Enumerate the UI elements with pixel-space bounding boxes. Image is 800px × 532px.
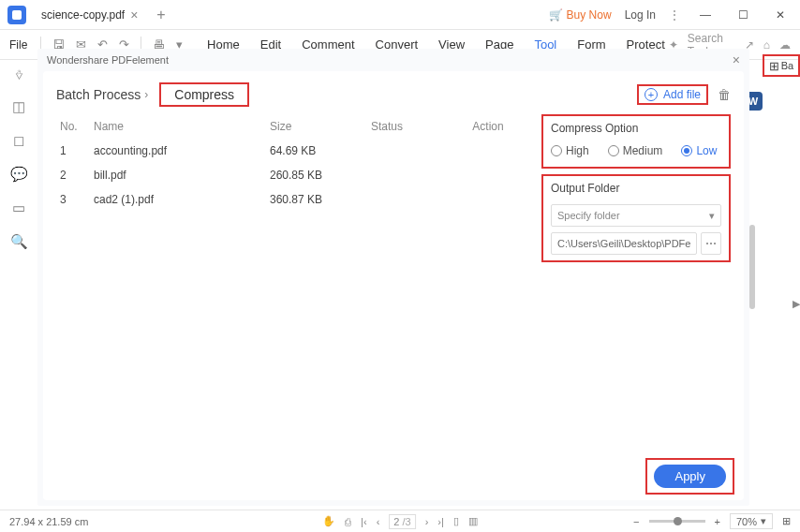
output-folder-select[interactable]: Specify folder ▾ <box>551 204 721 227</box>
maximize-icon[interactable]: ☐ <box>731 6 755 24</box>
next-page-icon[interactable]: › <box>425 516 429 527</box>
attachment-icon[interactable]: ▭ <box>12 200 25 216</box>
last-page-icon[interactable]: ›| <box>437 516 444 527</box>
zoom-in-icon[interactable]: + <box>715 516 720 527</box>
col-status: Status <box>371 120 455 133</box>
buy-now-button[interactable]: 🛒 Buy Now <box>549 8 612 22</box>
page-dimensions: 27.94 x 21.59 cm <box>9 516 88 527</box>
single-page-icon[interactable]: ▯ <box>453 515 459 527</box>
scroll-right-icon[interactable]: ▶ <box>793 298 800 310</box>
compress-option-box: Compress Option High Medium Low <box>541 114 731 169</box>
col-no: No. <box>60 120 94 133</box>
chevron-down-icon: ▾ <box>709 210 715 222</box>
table-row[interactable]: 3 cad2 (1).pdf 360.87 KB <box>56 187 525 212</box>
prev-page-icon[interactable]: ‹ <box>377 516 380 527</box>
thumbnail-icon[interactable]: ◫ <box>12 98 25 115</box>
radio-low[interactable]: Low <box>681 144 717 157</box>
table-row[interactable]: 1 accounting.pdf 64.69 KB <box>56 139 525 163</box>
page-input[interactable]: 2 /3 <box>389 514 415 529</box>
batch-dialog: Wondershare PDFelement × Batch Process ›… <box>37 49 749 506</box>
search-icon[interactable]: 🔍 <box>10 233 28 250</box>
bookmark-icon[interactable]: ◻ <box>13 132 24 149</box>
close-window-icon[interactable]: ✕ <box>768 6 793 24</box>
browse-button[interactable]: ⋯ <box>701 232 721 255</box>
close-tab-icon[interactable]: × <box>130 7 138 22</box>
continuous-page-icon[interactable]: ▥ <box>468 515 478 527</box>
login-button[interactable]: Log In <box>625 8 656 22</box>
upload-icon[interactable]: ☁ <box>779 38 791 52</box>
hand-tool-icon[interactable]: ✋ <box>322 515 335 527</box>
zoom-out-icon[interactable]: − <box>633 516 639 527</box>
zoom-slider[interactable] <box>649 520 705 523</box>
col-action: Action <box>455 120 521 133</box>
radio-high[interactable]: High <box>551 144 589 157</box>
left-rail: ⎀ ◫ ◻ 💬 ▭ 🔍 <box>0 60 37 510</box>
compress-option-title: Compress Option <box>551 122 721 135</box>
titlebar: science-copy.pdf × + 🛒 Buy Now Log In ⋮ … <box>0 0 800 30</box>
plus-icon: + <box>644 88 658 101</box>
delete-icon[interactable]: 🗑 <box>718 87 731 102</box>
apply-box: Apply <box>645 458 734 495</box>
fit-page-icon[interactable]: ⊞ <box>782 515 791 527</box>
scrollbar-handle[interactable] <box>749 225 755 309</box>
document-tab[interactable]: science-copy.pdf × <box>34 4 145 26</box>
tab-title: science-copy.pdf <box>41 8 125 22</box>
file-menu[interactable]: File <box>9 38 27 52</box>
text-tool-icon[interactable]: ⎀ <box>15 66 23 81</box>
file-table: No. Name Size Status Action 1 accounting… <box>56 114 525 493</box>
add-file-button[interactable]: + Add file <box>637 84 708 105</box>
batch-side-button[interactable]: ⊞Ba <box>763 54 800 77</box>
batch-process-label[interactable]: Batch Process <box>56 87 141 102</box>
output-folder-box: Output Folder Specify folder ▾ ⋯ <box>541 174 731 262</box>
zoom-value[interactable]: 70% ▾ <box>730 513 773 529</box>
radio-medium[interactable]: Medium <box>608 144 663 157</box>
statusbar: 27.94 x 21.59 cm ✋ ⎙ |‹ ‹ 2 /3 › ›| ▯ ▥ … <box>0 510 800 532</box>
output-folder-title: Output Folder <box>551 182 721 195</box>
col-size: Size <box>270 120 371 133</box>
app-icon <box>7 6 26 24</box>
dialog-close-icon[interactable]: × <box>733 52 740 67</box>
output-path-input[interactable] <box>551 232 697 255</box>
apply-button[interactable]: Apply <box>654 465 726 488</box>
col-name: Name <box>94 120 270 133</box>
dialog-title: Wondershare PDFelement <box>47 54 169 66</box>
comment-icon[interactable]: 💬 <box>10 166 28 183</box>
first-page-icon[interactable]: |‹ <box>361 516 367 527</box>
more-icon[interactable]: ⋮ <box>669 8 680 22</box>
table-row[interactable]: 2 bill.pdf 260.85 KB <box>56 163 525 187</box>
cloud-icon[interactable]: ⌂ <box>763 38 770 52</box>
new-tab-icon[interactable]: + <box>156 7 165 23</box>
minimize-icon[interactable]: — <box>693 6 718 24</box>
compress-tab[interactable]: Compress <box>159 82 249 107</box>
read-mode-icon[interactable]: ⎙ <box>345 516 351 527</box>
